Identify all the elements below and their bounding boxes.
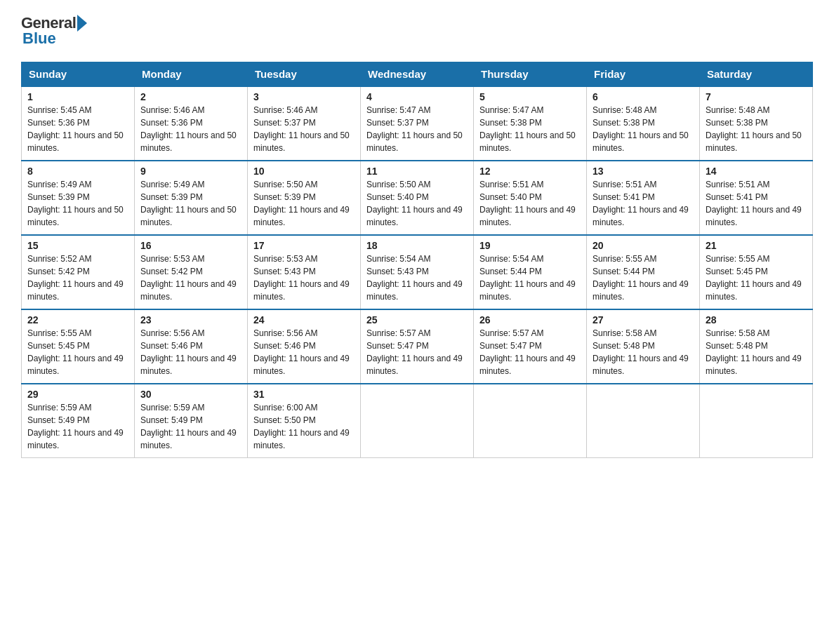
calendar-cell: 27Sunrise: 5:58 AMSunset: 5:48 PMDayligh… <box>587 309 700 384</box>
calendar-cell: 18Sunrise: 5:54 AMSunset: 5:43 PMDayligh… <box>361 235 474 309</box>
calendar-cell: 2Sunrise: 5:46 AMSunset: 5:36 PMDaylight… <box>135 86 248 161</box>
calendar-cell: 1Sunrise: 5:45 AMSunset: 5:36 PMDaylight… <box>22 86 135 161</box>
day-info: Sunrise: 5:57 AMSunset: 5:47 PMDaylight:… <box>479 327 581 377</box>
day-info: Sunrise: 5:54 AMSunset: 5:44 PMDaylight:… <box>479 253 581 303</box>
calendar-cell: 31Sunrise: 6:00 AMSunset: 5:50 PMDayligh… <box>248 384 361 458</box>
day-number: 15 <box>27 240 128 251</box>
calendar-cell: 29Sunrise: 5:59 AMSunset: 5:49 PMDayligh… <box>22 384 135 458</box>
day-info: Sunrise: 5:48 AMSunset: 5:38 PMDaylight:… <box>593 104 694 154</box>
day-info: Sunrise: 5:47 AMSunset: 5:38 PMDaylight:… <box>479 104 581 154</box>
day-number: 16 <box>140 240 241 251</box>
calendar-cell: 6Sunrise: 5:48 AMSunset: 5:38 PMDaylight… <box>587 86 700 161</box>
calendar-cell: 15Sunrise: 5:52 AMSunset: 5:42 PMDayligh… <box>22 235 135 309</box>
calendar-cell <box>587 384 700 458</box>
calendar-cell <box>474 384 587 458</box>
calendar-cell: 11Sunrise: 5:50 AMSunset: 5:40 PMDayligh… <box>361 161 474 235</box>
logo: General Blue <box>21 14 87 48</box>
calendar-cell: 20Sunrise: 5:55 AMSunset: 5:44 PMDayligh… <box>587 235 700 309</box>
day-number: 11 <box>366 166 468 177</box>
day-info: Sunrise: 5:51 AMSunset: 5:40 PMDaylight:… <box>479 178 581 229</box>
day-info: Sunrise: 5:59 AMSunset: 5:49 PMDaylight:… <box>27 401 128 452</box>
calendar-cell: 26Sunrise: 5:57 AMSunset: 5:47 PMDayligh… <box>474 309 587 384</box>
calendar-cell: 10Sunrise: 5:50 AMSunset: 5:39 PMDayligh… <box>248 161 361 235</box>
day-info: Sunrise: 5:56 AMSunset: 5:46 PMDaylight:… <box>253 327 355 377</box>
day-number: 30 <box>140 389 241 400</box>
calendar-header: SundayMondayTuesdayWednesdayThursdayFrid… <box>22 62 813 87</box>
calendar-cell: 3Sunrise: 5:46 AMSunset: 5:37 PMDaylight… <box>248 86 361 161</box>
day-info: Sunrise: 5:47 AMSunset: 5:37 PMDaylight:… <box>366 104 468 154</box>
calendar-week-row: 29Sunrise: 5:59 AMSunset: 5:49 PMDayligh… <box>22 384 813 458</box>
calendar-cell: 17Sunrise: 5:53 AMSunset: 5:43 PMDayligh… <box>248 235 361 309</box>
day-number: 10 <box>253 166 355 177</box>
day-number: 7 <box>706 91 807 102</box>
day-number: 19 <box>479 240 581 251</box>
logo-arrow-icon <box>77 15 87 32</box>
page-header: General Blue <box>21 14 813 48</box>
calendar-week-row: 1Sunrise: 5:45 AMSunset: 5:36 PMDaylight… <box>22 86 813 161</box>
weekday-header-thursday: Thursday <box>474 62 587 87</box>
day-info: Sunrise: 5:55 AMSunset: 5:44 PMDaylight:… <box>593 253 694 303</box>
weekday-header-monday: Monday <box>135 62 248 87</box>
day-info: Sunrise: 5:49 AMSunset: 5:39 PMDaylight:… <box>27 178 128 229</box>
day-number: 8 <box>27 166 128 177</box>
calendar-cell: 30Sunrise: 5:59 AMSunset: 5:49 PMDayligh… <box>135 384 248 458</box>
calendar-cell: 16Sunrise: 5:53 AMSunset: 5:42 PMDayligh… <box>135 235 248 309</box>
calendar-cell: 5Sunrise: 5:47 AMSunset: 5:38 PMDaylight… <box>474 86 587 161</box>
day-number: 4 <box>366 91 468 102</box>
day-number: 18 <box>366 240 468 251</box>
day-info: Sunrise: 5:58 AMSunset: 5:48 PMDaylight:… <box>706 327 807 377</box>
day-number: 3 <box>253 91 355 102</box>
day-number: 26 <box>479 314 581 326</box>
day-info: Sunrise: 5:58 AMSunset: 5:48 PMDaylight:… <box>593 327 694 377</box>
day-number: 29 <box>27 389 128 400</box>
weekday-header-saturday: Saturday <box>700 62 813 87</box>
calendar-cell: 8Sunrise: 5:49 AMSunset: 5:39 PMDaylight… <box>22 161 135 235</box>
calendar-week-row: 22Sunrise: 5:55 AMSunset: 5:45 PMDayligh… <box>22 309 813 384</box>
day-number: 31 <box>253 389 355 400</box>
day-info: Sunrise: 5:55 AMSunset: 5:45 PMDaylight:… <box>706 253 807 303</box>
day-info: Sunrise: 5:45 AMSunset: 5:36 PMDaylight:… <box>27 104 128 154</box>
day-number: 14 <box>706 166 807 177</box>
day-info: Sunrise: 5:59 AMSunset: 5:49 PMDaylight:… <box>140 401 241 452</box>
day-info: Sunrise: 5:53 AMSunset: 5:43 PMDaylight:… <box>253 253 355 303</box>
calendar-table: SundayMondayTuesdayWednesdayThursdayFrid… <box>21 62 813 458</box>
calendar-cell: 13Sunrise: 5:51 AMSunset: 5:41 PMDayligh… <box>587 161 700 235</box>
day-info: Sunrise: 5:50 AMSunset: 5:39 PMDaylight:… <box>253 178 355 229</box>
calendar-cell: 4Sunrise: 5:47 AMSunset: 5:37 PMDaylight… <box>361 86 474 161</box>
weekday-header-tuesday: Tuesday <box>248 62 361 87</box>
calendar-cell: 7Sunrise: 5:48 AMSunset: 5:38 PMDaylight… <box>700 86 813 161</box>
weekday-header-wednesday: Wednesday <box>361 62 474 87</box>
calendar-cell: 19Sunrise: 5:54 AMSunset: 5:44 PMDayligh… <box>474 235 587 309</box>
calendar-cell: 14Sunrise: 5:51 AMSunset: 5:41 PMDayligh… <box>700 161 813 235</box>
weekday-header-sunday: Sunday <box>22 62 135 87</box>
day-info: Sunrise: 5:57 AMSunset: 5:47 PMDaylight:… <box>366 327 468 377</box>
day-number: 13 <box>593 166 694 177</box>
day-number: 28 <box>706 314 807 326</box>
calendar-cell: 25Sunrise: 5:57 AMSunset: 5:47 PMDayligh… <box>361 309 474 384</box>
calendar-cell: 24Sunrise: 5:56 AMSunset: 5:46 PMDayligh… <box>248 309 361 384</box>
calendar-cell <box>700 384 813 458</box>
calendar-cell: 28Sunrise: 5:58 AMSunset: 5:48 PMDayligh… <box>700 309 813 384</box>
day-info: Sunrise: 5:50 AMSunset: 5:40 PMDaylight:… <box>366 178 468 229</box>
day-number: 9 <box>140 166 241 177</box>
day-info: Sunrise: 5:53 AMSunset: 5:42 PMDaylight:… <box>140 253 241 303</box>
day-number: 23 <box>140 314 241 326</box>
day-info: Sunrise: 5:46 AMSunset: 5:37 PMDaylight:… <box>253 104 355 154</box>
day-info: Sunrise: 5:48 AMSunset: 5:38 PMDaylight:… <box>706 104 807 154</box>
calendar-cell <box>361 384 474 458</box>
day-info: Sunrise: 5:54 AMSunset: 5:43 PMDaylight:… <box>366 253 468 303</box>
day-number: 24 <box>253 314 355 326</box>
day-info: Sunrise: 5:51 AMSunset: 5:41 PMDaylight:… <box>706 178 807 229</box>
day-info: Sunrise: 5:52 AMSunset: 5:42 PMDaylight:… <box>27 253 128 303</box>
day-info: Sunrise: 5:51 AMSunset: 5:41 PMDaylight:… <box>593 178 694 229</box>
day-number: 27 <box>593 314 694 326</box>
day-number: 1 <box>27 91 128 102</box>
day-info: Sunrise: 5:46 AMSunset: 5:36 PMDaylight:… <box>140 104 241 154</box>
calendar-cell: 22Sunrise: 5:55 AMSunset: 5:45 PMDayligh… <box>22 309 135 384</box>
calendar-cell: 9Sunrise: 5:49 AMSunset: 5:39 PMDaylight… <box>135 161 248 235</box>
calendar-week-row: 8Sunrise: 5:49 AMSunset: 5:39 PMDaylight… <box>22 161 813 235</box>
day-info: Sunrise: 5:49 AMSunset: 5:39 PMDaylight:… <box>140 178 241 229</box>
day-number: 21 <box>706 240 807 251</box>
day-number: 25 <box>366 314 468 326</box>
weekday-header-friday: Friday <box>587 62 700 87</box>
